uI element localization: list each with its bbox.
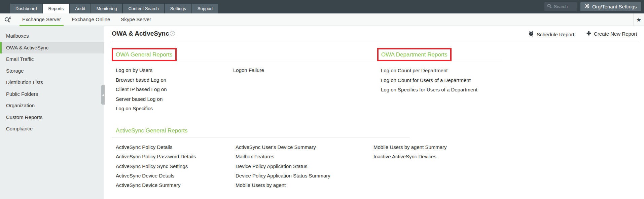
sidebar-item-storage[interactable]: Storage	[0, 65, 104, 77]
report-link-activesync-policy-sync-settings[interactable]: ActiveSync Policy Sync Settings	[116, 163, 188, 169]
report-link-device-policy-application-status[interactable]: Device Policy Application Status	[236, 163, 307, 169]
sidebar-item-owa-activesync[interactable]: OWA & ActiveSync	[0, 42, 104, 53]
sidebar-item-email-traffic[interactable]: Email Traffic	[0, 53, 104, 65]
schedule-report-button[interactable]: Schedule Report	[528, 31, 574, 38]
gear-icon	[584, 3, 590, 10]
nav-tab-reports[interactable]: Reports	[43, 4, 69, 13]
sidebar-item-organization[interactable]: Organization	[0, 100, 104, 111]
report-link-activesync-users-device-summary[interactable]: ActiveSync User's Device Summary	[236, 144, 316, 150]
activesync-general-heading: ActiveSync General Reports	[116, 127, 188, 134]
report-link-activesync-device-summary[interactable]: ActiveSync Device Summary	[116, 182, 181, 188]
report-link-activesync-policy-details[interactable]: ActiveSync Policy Details	[116, 144, 172, 150]
nav-tab-settings[interactable]: Settings	[165, 4, 191, 13]
sidebar-collapse-handle[interactable]: ◀	[101, 85, 105, 105]
nav-tab-support[interactable]: Support	[192, 4, 218, 13]
report-link-logon-failure[interactable]: Logon Failure	[233, 67, 264, 73]
sidebar-item-compliance[interactable]: Compliance	[0, 123, 104, 134]
chevron-left-icon: ◀	[102, 94, 104, 96]
service-tab-strip: Exchange Server Exchange Online Skype Se…	[0, 13, 644, 26]
report-link-mobile-users-by-agent-summary[interactable]: Mobile Users by agent Summary	[373, 144, 447, 150]
report-link-device-policy-application-status-summary[interactable]: Device Policy Application Status Summary	[236, 173, 330, 178]
sidebar-item-mailboxes[interactable]: Mailboxes	[0, 30, 104, 42]
report-link-inactive-activesync-devices[interactable]: Inactive ActiveSync Devices	[373, 154, 436, 159]
page-title: OWA & ActiveSync	[112, 30, 169, 37]
report-link-log-on-count-users-department[interactable]: Log on Count for Users of a Department	[381, 77, 471, 83]
owa-department-heading: OWA Department Reports	[377, 48, 452, 61]
activesync-general-rule	[112, 137, 409, 137]
report-link-browser-based-log-on[interactable]: Browser based Log on	[116, 77, 166, 83]
search-input[interactable]	[554, 4, 574, 9]
header-rule	[112, 41, 639, 41]
create-new-report-label: Create New Report	[594, 31, 637, 37]
favorites-box: ★	[633, 13, 644, 26]
alarm-clock-icon	[528, 31, 534, 38]
org-tenant-settings-label: Org/Tenant Settings	[592, 4, 637, 9]
sidebar-item-custom-reports[interactable]: Custom Reports	[0, 112, 104, 123]
nav-tab-monitoring[interactable]: Monitoring	[91, 4, 122, 13]
report-link-log-on-count-per-department[interactable]: Log on Count per Department	[381, 68, 448, 73]
report-link-activesync-device-details[interactable]: ActiveSync Device Details	[116, 173, 174, 178]
nav-tab-dashboard[interactable]: Dashboard	[10, 4, 42, 13]
report-link-log-on-specifics-users-department[interactable]: Log on Specifics for Users of a Departme…	[381, 87, 477, 92]
schedule-report-label: Schedule Report	[537, 32, 574, 37]
favorite-star-icon[interactable]: ★	[636, 17, 641, 23]
owa-general-heading: OWA General Reports	[112, 48, 177, 61]
top-navbar: Dashboard Reports Audit Monitoring Conte…	[0, 0, 644, 13]
report-link-log-on-by-users[interactable]: Log on by Users	[116, 67, 152, 73]
top-nav-tabs: Dashboard Reports Audit Monitoring Conte…	[10, 4, 218, 13]
sidebar-item-public-folders[interactable]: Public Folders	[0, 88, 104, 100]
sidebar-item-distribution-lists[interactable]: Distribution Lists	[0, 77, 104, 88]
report-link-client-ip-based-log-on[interactable]: Client IP based Log on	[116, 86, 167, 92]
report-link-log-on-specifics[interactable]: Log on Specifics	[116, 106, 153, 111]
report-link-mobile-users-by-agent[interactable]: Mobile Users by agent	[236, 182, 286, 188]
help-icon[interactable]: ?	[170, 31, 175, 36]
search-reports-icon[interactable]	[4, 16, 11, 24]
report-link-activesync-policy-password-details[interactable]: ActiveSync Policy Password Details	[116, 154, 196, 159]
search-icon	[547, 4, 552, 10]
nav-tab-audit[interactable]: Audit	[70, 4, 91, 13]
global-search-box[interactable]	[544, 2, 577, 11]
org-tenant-settings-button[interactable]: Org/Tenant Settings	[580, 2, 641, 11]
report-link-mailbox-features[interactable]: Mailbox Features	[236, 154, 274, 159]
header-divider	[176, 31, 176, 36]
tab-exchange-server[interactable]: Exchange Server	[20, 13, 64, 26]
create-new-report-button[interactable]: Create New Report	[586, 31, 637, 37]
plus-icon	[586, 31, 591, 37]
service-tabs: Exchange Server Exchange Online Skype Se…	[20, 13, 154, 26]
report-link-server-based-log-on[interactable]: Server based Log on	[116, 96, 163, 102]
reports-sidebar: Mailboxes OWA & ActiveSync Email Traffic…	[0, 26, 104, 199]
nav-tab-content-search[interactable]: Content Search	[123, 4, 164, 13]
tab-exchange-online[interactable]: Exchange Online	[69, 13, 113, 26]
tab-skype-server[interactable]: Skype Server	[118, 13, 154, 26]
